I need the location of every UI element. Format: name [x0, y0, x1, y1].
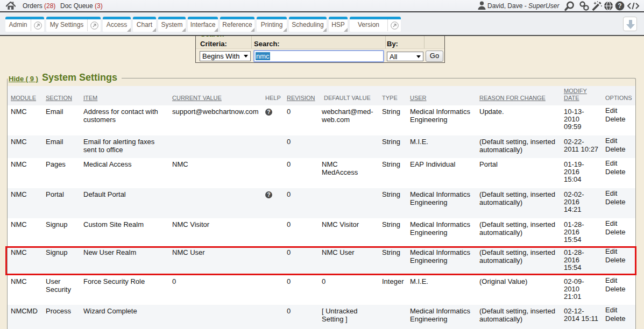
- svg-text:?: ?: [618, 2, 621, 10]
